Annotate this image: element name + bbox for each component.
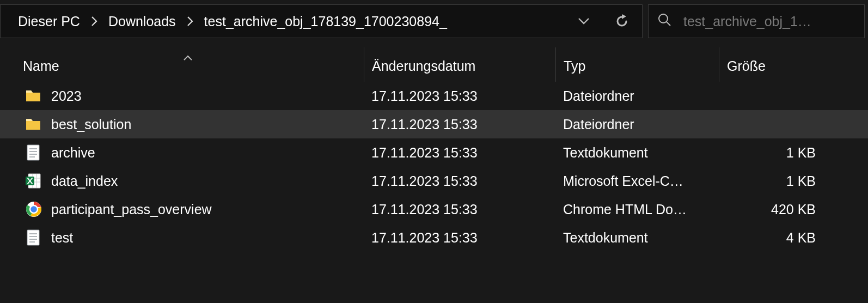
file-date: 17.11.2023 15:33 bbox=[364, 88, 555, 104]
file-row[interactable]: archive17.11.2023 15:33Textdokument1 KB bbox=[0, 138, 868, 167]
file-row[interactable]: test17.11.2023 15:33Textdokument4 KB bbox=[0, 223, 868, 252]
file-row[interactable]: 202317.11.2023 15:33Dateiordner bbox=[0, 82, 868, 110]
folder-icon bbox=[25, 87, 41, 105]
breadcrumb-item[interactable]: Dieser PC bbox=[15, 11, 83, 32]
file-size: 4 KB bbox=[719, 230, 868, 246]
file-row[interactable]: best_solution17.11.2023 15:33Dateiordner bbox=[0, 110, 868, 138]
file-date: 17.11.2023 15:33 bbox=[364, 230, 555, 246]
chevron-right-icon bbox=[179, 16, 201, 27]
column-header-date[interactable]: Änderungsdatum bbox=[364, 47, 555, 82]
file-type: Dateiordner bbox=[555, 117, 719, 132]
search-placeholder: test_archive_obj_1… bbox=[683, 14, 855, 29]
file-row[interactable]: participant_pass_overview17.11.2023 15:3… bbox=[0, 195, 868, 223]
file-size: 420 KB bbox=[719, 202, 868, 217]
search-icon bbox=[657, 13, 671, 30]
file-list: 202317.11.2023 15:33Dateiordnerbest_solu… bbox=[0, 82, 868, 252]
file-date: 17.11.2023 15:33 bbox=[364, 202, 555, 217]
file-type: Textdokument bbox=[555, 230, 719, 246]
folder-icon bbox=[25, 115, 41, 134]
column-header-label: Änderungsdatum bbox=[372, 58, 475, 74]
excel-file-icon bbox=[25, 172, 41, 190]
svg-line-1 bbox=[667, 22, 670, 26]
column-header-label: Größe bbox=[727, 58, 766, 74]
search-box[interactable]: test_archive_obj_1… bbox=[648, 4, 865, 38]
top-bar: Dieser PC Downloads test_archive_obj_178… bbox=[0, 0, 868, 43]
file-name: data_index bbox=[51, 173, 118, 189]
file-date: 17.11.2023 15:33 bbox=[364, 117, 555, 132]
address-controls bbox=[565, 12, 634, 31]
chrome-file-icon bbox=[25, 200, 41, 219]
file-name: test bbox=[51, 230, 73, 246]
column-headers: Name Änderungsdatum Typ Größe bbox=[0, 43, 868, 82]
file-type: Chrome HTML Do… bbox=[555, 202, 719, 217]
file-date: 17.11.2023 15:33 bbox=[364, 145, 555, 161]
file-row[interactable]: data_index17.11.2023 15:33Microsoft Exce… bbox=[0, 167, 868, 195]
file-date: 17.11.2023 15:33 bbox=[364, 173, 555, 189]
file-type: Textdokument bbox=[555, 145, 719, 161]
file-size: 1 KB bbox=[719, 173, 868, 189]
text-file-icon bbox=[25, 143, 41, 162]
file-name: participant_pass_overview bbox=[51, 202, 212, 217]
column-header-type[interactable]: Typ bbox=[555, 47, 719, 82]
sort-ascending-icon bbox=[183, 49, 193, 64]
chevron-right-icon bbox=[83, 16, 105, 27]
file-name: archive bbox=[51, 145, 95, 161]
svg-point-0 bbox=[659, 14, 668, 23]
file-size: 1 KB bbox=[719, 145, 868, 161]
breadcrumb: Dieser PC Downloads test_archive_obj_178… bbox=[5, 11, 565, 32]
address-bar[interactable]: Dieser PC Downloads test_archive_obj_178… bbox=[0, 4, 643, 38]
file-type: Microsoft Excel-C… bbox=[555, 173, 719, 189]
column-header-name[interactable]: Name bbox=[0, 47, 364, 82]
file-type: Dateiordner bbox=[555, 88, 719, 104]
text-file-icon bbox=[25, 228, 41, 247]
column-header-label: Typ bbox=[564, 58, 585, 74]
refresh-button[interactable] bbox=[613, 12, 631, 31]
column-header-size[interactable]: Größe bbox=[719, 47, 868, 82]
breadcrumb-item[interactable]: test_archive_obj_178139_1700230894_ bbox=[201, 11, 450, 32]
file-name: best_solution bbox=[51, 117, 131, 132]
column-header-label: Name bbox=[23, 58, 59, 74]
history-dropdown-button[interactable] bbox=[574, 12, 593, 31]
breadcrumb-item[interactable]: Downloads bbox=[105, 11, 179, 32]
file-name: 2023 bbox=[51, 88, 82, 104]
